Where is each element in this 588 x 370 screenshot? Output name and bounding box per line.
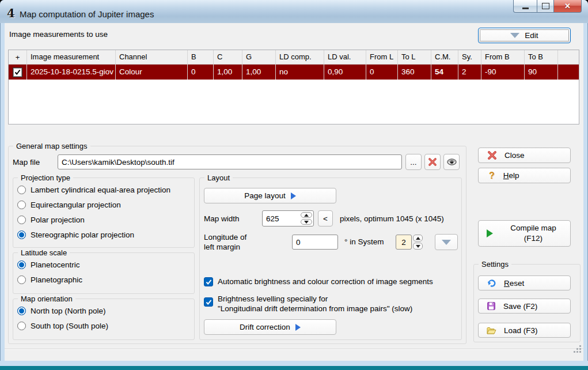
system-spin-down-button[interactable] — [413, 243, 423, 250]
column-g[interactable]: G — [242, 50, 276, 64]
load-button[interactable]: Load (F3) — [478, 323, 571, 338]
map-width-value: 625 — [266, 214, 279, 223]
reset-button[interactable]: Reset — [478, 275, 571, 290]
measurements-table[interactable]: + Image measurement Channel B C G LD com… — [8, 50, 579, 124]
maximize-icon — [542, 3, 549, 9]
reset-underline: R — [504, 279, 510, 288]
column-b[interactable]: B — [188, 50, 214, 64]
edit-button[interactable]: Edit — [478, 28, 571, 43]
column-from-b[interactable]: From B — [481, 50, 525, 64]
cell-filler — [558, 65, 579, 80]
minimize-icon — [522, 7, 529, 9]
system-spin-up-button[interactable] — [413, 235, 423, 241]
column-filler — [558, 50, 579, 64]
radio-label: Stereographic polar projection — [31, 231, 134, 239]
radio-south-top[interactable]: South top (South pole) — [17, 322, 108, 330]
window-titlebar[interactable]: 4 Map computation of Jupiter images ✕ — [0, 0, 588, 23]
maximize-button[interactable] — [537, 0, 553, 13]
column-ld-comp[interactable]: LD comp. — [276, 50, 324, 64]
column-c[interactable]: C — [214, 50, 242, 64]
help-label: Help — [503, 171, 519, 180]
checkbox-checked-icon — [204, 277, 213, 286]
map-width-label: Map width — [204, 214, 240, 223]
row-checkbox-cell — [9, 65, 27, 80]
radio-north-top[interactable]: North top (North pole) — [17, 307, 106, 315]
window-edge-strip — [0, 366, 588, 370]
map-orientation-label: Map orientation — [18, 295, 75, 303]
brightness-levelling-line2: "Longitudinal drift determination from i… — [218, 304, 412, 314]
arrow-right-icon — [291, 192, 296, 199]
checkbox-checked-icon — [204, 297, 213, 307]
map-width-hint: pixels, optimum 1045 (x 1045) — [340, 214, 444, 223]
radio-planetocentric[interactable]: Planetocentric — [17, 260, 80, 269]
map-file-input[interactable]: C:\Users\kamik\Desktop\south.tif — [58, 154, 402, 169]
radio-label: Planetographic — [31, 275, 82, 284]
set-optimum-button[interactable]: < — [318, 210, 333, 226]
undo-icon — [487, 279, 496, 287]
column-from-l[interactable]: From L — [366, 50, 398, 64]
cell-ld-comp: no — [276, 65, 324, 80]
radio-icon — [17, 186, 26, 194]
column-channel[interactable]: Channel — [116, 50, 188, 64]
settings-label: Settings — [479, 260, 511, 269]
arrow-up-icon — [416, 237, 420, 240]
column-to-b[interactable]: To B — [525, 50, 558, 64]
radio-polar[interactable]: Polar projection — [17, 216, 85, 224]
page-layout-button[interactable]: Page layout — [204, 188, 336, 203]
brightness-levelling-label: Brightness levelling specially for "Long… — [218, 294, 412, 314]
radio-icon — [17, 322, 26, 330]
reset-rest: eset — [510, 279, 525, 288]
eye-icon — [447, 158, 457, 165]
help-button[interactable]: ? Help — [478, 168, 571, 183]
column-sy[interactable]: Sy. — [458, 50, 481, 64]
table-row[interactable]: 2025-10-18-0215.5-giov Colour 0 1,00 1,0… — [9, 65, 579, 80]
cell-channel: Colour — [116, 65, 188, 80]
longitude-dropdown-button[interactable] — [435, 234, 458, 250]
close-button[interactable]: Close — [478, 148, 571, 163]
column-cm[interactable]: C.M. — [431, 50, 458, 64]
save-label: Save (F2) — [503, 302, 537, 311]
save-button[interactable]: Save (F2) — [478, 299, 571, 314]
floppy-disk-icon — [487, 302, 495, 310]
spin-up-button[interactable] — [301, 212, 312, 218]
radio-label: Equirectangular projection — [31, 201, 121, 209]
column-image-measurement[interactable]: Image measurement — [27, 50, 116, 64]
map-width-spinner — [301, 212, 313, 225]
spin-down-button[interactable] — [301, 219, 312, 225]
preview-button[interactable] — [443, 154, 460, 170]
compile-line2: (F12) — [502, 233, 564, 244]
radio-label: Planetocentric — [31, 260, 80, 269]
browse-button[interactable]: ... — [405, 154, 422, 170]
column-to-l[interactable]: To L — [398, 50, 431, 64]
caption-buttons: ✕ — [513, 0, 582, 12]
cell-from-l: 0 — [366, 65, 398, 80]
row-checkbox[interactable] — [13, 67, 22, 77]
compile-map-button[interactable]: Compile map (F12) — [478, 220, 571, 247]
radio-stereographic-polar[interactable]: Stereographic polar projection — [17, 231, 134, 239]
cell-b: 0 — [188, 65, 214, 80]
longitude-input[interactable]: 0 — [292, 235, 338, 250]
column-ld-val[interactable]: LD val. — [324, 50, 366, 64]
window-border-left — [0, 23, 5, 366]
system-spinner-input[interactable]: 2 — [396, 235, 412, 250]
column-plus[interactable]: + — [9, 50, 27, 64]
map-width-input[interactable]: 625 — [262, 210, 314, 226]
close-window-button[interactable]: ✕ — [553, 0, 582, 13]
auto-brightness-checkbox[interactable]: Automatic brightness and colour correcti… — [204, 277, 457, 286]
clear-map-file-button[interactable] — [424, 154, 441, 170]
radio-label: Polar projection — [31, 216, 85, 224]
radio-lambert-cylindrical[interactable]: Lambert cylindrical equal-area projectio… — [17, 186, 170, 194]
arrow-down-icon — [304, 221, 309, 224]
resize-grip[interactable] — [574, 345, 582, 353]
brightness-levelling-checkbox[interactable]: Brightness levelling specially for "Long… — [204, 294, 457, 314]
radio-planetographic[interactable]: Planetographic — [17, 275, 82, 284]
longitude-label-line1: Longitude of — [204, 232, 246, 242]
drift-correction-button[interactable]: Drift correction — [204, 319, 336, 335]
close-icon: ✕ — [564, 2, 571, 10]
radio-equirectangular[interactable]: Equirectangular projection — [17, 201, 121, 209]
minimize-button[interactable] — [513, 0, 537, 13]
measurements-label: Image measurements to use — [9, 30, 108, 39]
window-title: Map computation of Jupiter images — [20, 9, 154, 19]
help-question-icon: ? — [489, 171, 495, 181]
dialog-client-area: Image measurements to use Edit + Image m… — [5, 23, 583, 361]
